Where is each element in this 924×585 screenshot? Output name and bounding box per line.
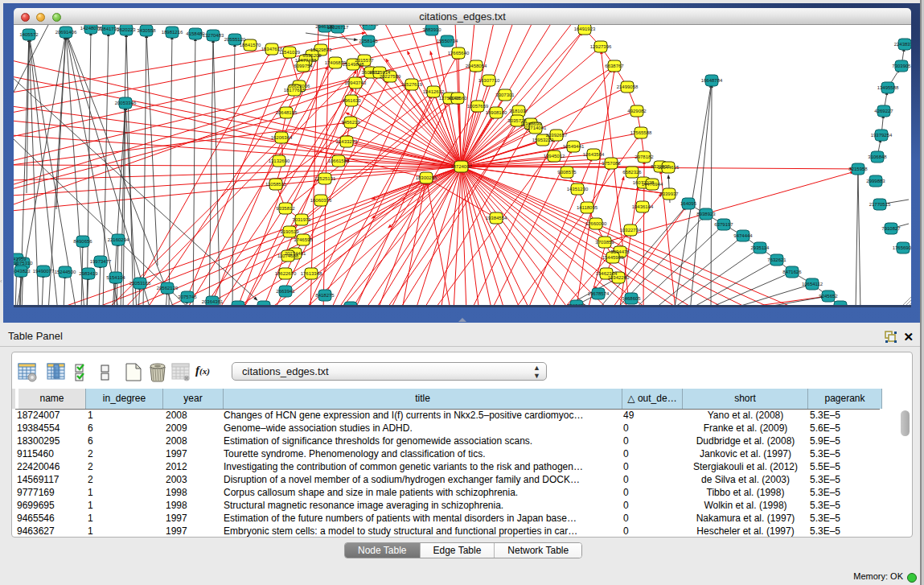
svg-text:19973477: 19973477 bbox=[90, 259, 112, 264]
svg-text:5594478: 5594478 bbox=[610, 249, 630, 254]
svg-text:9245652: 9245652 bbox=[819, 294, 838, 299]
svg-text:4961630: 4961630 bbox=[342, 98, 361, 103]
svg-text:15029873: 15029873 bbox=[310, 47, 332, 52]
svg-text:18300295: 18300295 bbox=[416, 175, 437, 180]
svg-text:3430558: 3430558 bbox=[137, 28, 156, 33]
svg-text:15953222: 15953222 bbox=[532, 138, 554, 142]
svg-text:17660000: 17660000 bbox=[585, 221, 607, 226]
svg-text:17613348: 17613348 bbox=[301, 271, 322, 276]
svg-text:13945012: 13945012 bbox=[544, 154, 565, 159]
svg-text:16060376: 16060376 bbox=[310, 198, 332, 203]
svg-text:12927396: 12927396 bbox=[590, 44, 612, 49]
svg-text:10661588: 10661588 bbox=[328, 159, 350, 163]
svg-text:20647509: 20647509 bbox=[228, 304, 249, 305]
svg-text:10342260: 10342260 bbox=[608, 275, 630, 280]
svg-text:17656906: 17656906 bbox=[893, 245, 911, 250]
svg-text:21433273: 21433273 bbox=[336, 139, 358, 144]
svg-text:20648195: 20648195 bbox=[276, 110, 298, 115]
svg-text:2620223: 2620223 bbox=[117, 27, 136, 32]
svg-text:1757086: 1757086 bbox=[602, 161, 621, 166]
svg-text:10057659: 10057659 bbox=[467, 104, 489, 109]
svg-text:18177615: 18177615 bbox=[284, 88, 306, 93]
svg-text:8204075: 8204075 bbox=[359, 25, 379, 27]
svg-text:8471626: 8471626 bbox=[782, 270, 802, 274]
svg-text:12477488: 12477488 bbox=[295, 58, 317, 63]
svg-text:4140560: 4140560 bbox=[448, 96, 467, 101]
svg-text:16206344: 16206344 bbox=[271, 135, 293, 140]
svg-text:14310388: 14310388 bbox=[253, 304, 275, 305]
svg-text:4269227: 4269227 bbox=[874, 109, 893, 113]
svg-text:21770515: 21770515 bbox=[869, 202, 891, 207]
svg-text:20053346: 20053346 bbox=[115, 101, 137, 105]
svg-text:13270483: 13270483 bbox=[203, 33, 224, 38]
svg-text:16307710: 16307710 bbox=[478, 78, 500, 83]
svg-text:3456213: 3456213 bbox=[341, 120, 360, 125]
svg-text:4043823: 4043823 bbox=[14, 269, 31, 274]
svg-text:8215958: 8215958 bbox=[848, 167, 868, 171]
svg-text:14476944: 14476944 bbox=[642, 182, 663, 187]
svg-text:14351230: 14351230 bbox=[567, 187, 589, 192]
svg-text:9308575: 9308575 bbox=[557, 170, 577, 175]
svg-text:3883910: 3883910 bbox=[422, 27, 441, 32]
svg-text:22053165: 22053165 bbox=[129, 281, 151, 286]
svg-text:11541029: 11541029 bbox=[279, 50, 301, 55]
svg-text:13132690: 13132690 bbox=[269, 159, 290, 163]
svg-text:7303905: 7303905 bbox=[892, 64, 911, 68]
svg-text:15445909: 15445909 bbox=[602, 255, 624, 260]
svg-text:20227559: 20227559 bbox=[380, 74, 401, 79]
svg-text:3181037: 3181037 bbox=[509, 109, 528, 113]
svg-text:2563055: 2563055 bbox=[567, 303, 586, 305]
svg-text:10322734: 10322734 bbox=[620, 228, 642, 233]
svg-text:3106848: 3106848 bbox=[868, 154, 887, 159]
svg-text:9474444: 9474444 bbox=[733, 233, 753, 238]
svg-text:20943743: 20943743 bbox=[345, 80, 367, 85]
svg-text:9075310: 9075310 bbox=[14, 261, 33, 266]
svg-text:2999883: 2999883 bbox=[866, 179, 885, 183]
svg-text:7632621: 7632621 bbox=[767, 257, 786, 262]
svg-text:3307301: 3307301 bbox=[495, 93, 515, 97]
svg-text:3075745: 3075745 bbox=[178, 295, 197, 299]
svg-text:19678574: 19678574 bbox=[588, 291, 610, 296]
svg-text:18622670: 18622670 bbox=[275, 271, 297, 276]
svg-text:11074688: 11074688 bbox=[277, 253, 299, 258]
svg-text:2935114: 2935114 bbox=[751, 245, 770, 250]
svg-text:20562129: 20562129 bbox=[157, 286, 179, 290]
svg-text:16908100: 16908100 bbox=[486, 110, 507, 115]
svg-text:10644615: 10644615 bbox=[658, 165, 680, 170]
svg-text:19436144: 19436144 bbox=[632, 204, 654, 209]
svg-text:18724007: 18724007 bbox=[450, 164, 472, 169]
svg-text:22438378: 22438378 bbox=[894, 42, 911, 47]
svg-text:22160294: 22160294 bbox=[108, 237, 129, 242]
svg-text:19490077: 19490077 bbox=[33, 269, 55, 274]
svg-text:11058511: 11058511 bbox=[265, 182, 286, 187]
svg-text:12525131: 12525131 bbox=[314, 176, 336, 181]
svg-text:18841570: 18841570 bbox=[240, 43, 261, 47]
svg-text:9190519: 9190519 bbox=[280, 229, 299, 234]
svg-text:6638767: 6638767 bbox=[605, 64, 624, 68]
svg-text:2978182: 2978182 bbox=[634, 154, 654, 159]
svg-text:3703859: 3703859 bbox=[595, 240, 614, 245]
svg-text:6099754: 6099754 bbox=[294, 64, 313, 68]
svg-text:5468605: 5468605 bbox=[622, 296, 641, 301]
svg-text:20364361: 20364361 bbox=[202, 299, 224, 304]
svg-text:18026717: 18026717 bbox=[327, 25, 349, 30]
svg-text:21499058: 21499058 bbox=[617, 84, 639, 89]
svg-text:5154104: 5154104 bbox=[106, 275, 125, 280]
svg-text:8490656: 8490656 bbox=[73, 239, 92, 244]
svg-text:17565588: 17565588 bbox=[630, 130, 652, 135]
svg-text:6582326: 6582326 bbox=[622, 170, 642, 175]
svg-text:14118095: 14118095 bbox=[577, 205, 598, 210]
svg-text:13495588: 13495588 bbox=[877, 85, 899, 90]
svg-text:15244500: 15244500 bbox=[55, 270, 76, 274]
svg-text:2983419: 2983419 bbox=[79, 271, 98, 276]
svg-text:9335812: 9335812 bbox=[276, 206, 295, 211]
svg-text:164095: 164095 bbox=[680, 201, 697, 206]
svg-text:22714041: 22714041 bbox=[525, 126, 547, 130]
svg-text:20691406: 20691406 bbox=[55, 30, 77, 35]
svg-text:2663941: 2663941 bbox=[276, 289, 295, 294]
svg-text:17665640: 17665640 bbox=[448, 51, 470, 56]
svg-text:20555120: 20555120 bbox=[224, 37, 246, 42]
svg-text:5339937: 5339937 bbox=[659, 192, 679, 196]
svg-text:19379254: 19379254 bbox=[871, 133, 893, 138]
svg-text:20458054: 20458054 bbox=[466, 64, 487, 68]
